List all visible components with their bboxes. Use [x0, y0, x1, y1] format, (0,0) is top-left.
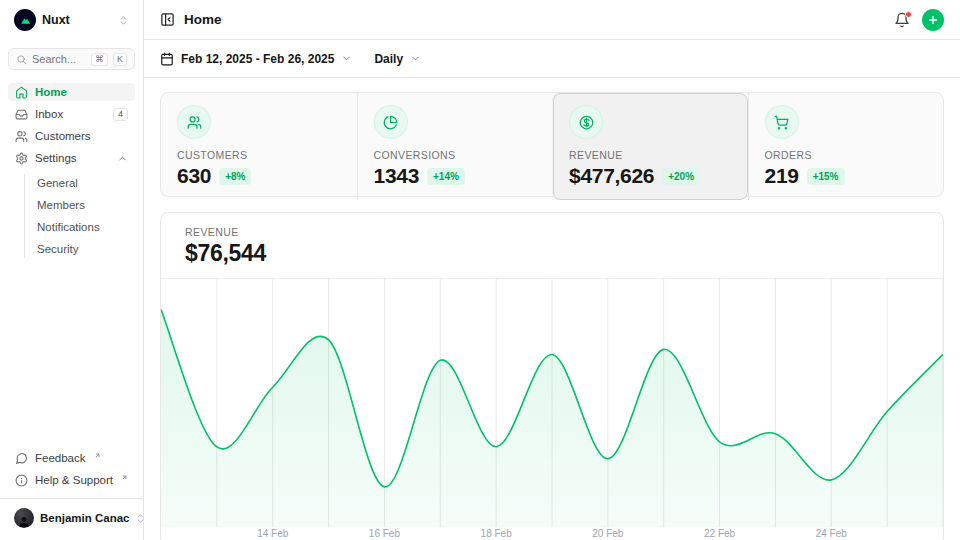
dollar-circle-icon: [569, 105, 603, 139]
stat-delta-badge: +20%: [662, 168, 700, 185]
collapse-sidebar-button[interactable]: [160, 12, 175, 27]
stat-value: $477,626: [569, 164, 654, 188]
chevron-up-icon: [117, 153, 128, 164]
plus-icon: [927, 14, 939, 26]
x-axis-label: 14 Feb: [257, 528, 288, 539]
app-root: Nuxt ⌘ K Home Inbox 4: [0, 0, 960, 540]
revenue-area-chart[interactable]: [161, 279, 943, 527]
x-axis-label: 20 Feb: [592, 528, 623, 539]
stats-row: CUSTOMERS 630 +8% CONVERSIONS 1343 +14%: [160, 92, 944, 197]
help-support-label: Help & Support: [35, 474, 113, 486]
chart-header: REVENUE $76,544: [161, 213, 943, 278]
stat-delta-badge: +14%: [427, 168, 465, 185]
feedback-label: Feedback: [35, 452, 86, 464]
search-field[interactable]: [32, 53, 86, 65]
inbox-icon: [15, 108, 28, 121]
stat-card-orders[interactable]: ORDERS 219 +15%: [748, 93, 944, 200]
stat-card-conversions[interactable]: CONVERSIONS 1343 +14%: [357, 93, 553, 200]
inbox-count-badge: 4: [113, 108, 128, 121]
filters-toolbar: Feb 12, 2025 - Feb 26, 2025 Daily: [144, 40, 960, 78]
date-range-picker[interactable]: Feb 12, 2025 - Feb 26, 2025: [160, 52, 352, 66]
stat-value: 219: [765, 164, 799, 188]
users-icon: [15, 130, 28, 143]
info-circle-icon: [15, 474, 28, 487]
message-circle-icon: [15, 452, 28, 465]
revenue-chart-card: REVENUE $76,544 14 Feb16 Feb18 Feb20 Feb…: [160, 212, 944, 540]
x-axis-label: 24 Feb: [816, 528, 847, 539]
add-button[interactable]: [922, 9, 944, 31]
sidebar-item-notifications[interactable]: Notifications: [37, 218, 135, 236]
date-range-value: Feb 12, 2025 - Feb 26, 2025: [181, 52, 334, 66]
sidebar-item-label: Settings: [35, 152, 110, 164]
chevron-down-icon: [410, 53, 421, 64]
header-actions: [894, 9, 944, 31]
kbd-k: K: [113, 53, 127, 66]
nuxt-logo-icon: [14, 9, 36, 31]
x-axis-label: 22 Feb: [704, 528, 735, 539]
external-link-icon: [94, 449, 101, 461]
avatar: [14, 508, 34, 528]
sidebar: Nuxt ⌘ K Home Inbox 4: [0, 0, 144, 540]
stat-value: 630: [177, 164, 211, 188]
user-name: Benjamin Canac: [40, 512, 129, 524]
sidebar-item-label: Inbox: [35, 108, 106, 120]
dashboard-content: CUSTOMERS 630 +8% CONVERSIONS 1343 +14%: [144, 78, 960, 540]
stat-label: REVENUE: [569, 149, 732, 161]
sidebar-item-home[interactable]: Home: [8, 83, 135, 101]
chevrons-up-down-icon: [118, 15, 129, 26]
kbd-meta: ⌘: [91, 53, 108, 66]
x-axis-label: 16 Feb: [369, 528, 400, 539]
gear-icon: [15, 152, 28, 165]
stat-label: CUSTOMERS: [177, 149, 341, 161]
workspace-switcher[interactable]: Nuxt: [8, 0, 135, 40]
sidebar-item-label: Home: [35, 86, 128, 98]
period-value: Daily: [374, 52, 403, 66]
sidebar-item-general[interactable]: General: [37, 174, 135, 192]
home-icon: [15, 86, 28, 99]
user-menu-button[interactable]: Benjamin Canac: [8, 503, 135, 533]
divider: [0, 498, 143, 499]
settings-sub-list: General Members Notifications Security: [24, 174, 135, 258]
sidebar-nav: Home Inbox 4 Customers Settings General: [8, 83, 135, 258]
chart-metric-value: $76,544: [185, 240, 919, 267]
main-area: Home Feb 12, 2025 - Feb 26, 2025: [144, 0, 960, 540]
stat-value: 1343: [374, 164, 420, 188]
users-icon: [177, 105, 211, 139]
sidebar-item-inbox[interactable]: Inbox 4: [8, 105, 135, 123]
stat-delta-badge: +8%: [219, 168, 251, 185]
calendar-icon: [160, 52, 174, 66]
stat-label: ORDERS: [765, 149, 928, 161]
chevron-down-icon: [341, 53, 352, 64]
chart-pie-icon: [374, 105, 408, 139]
chart-metric-label: REVENUE: [185, 226, 919, 238]
page-title: Home: [184, 12, 222, 27]
search-icon: [16, 54, 27, 65]
stat-card-revenue[interactable]: REVENUE $477,626 +20%: [552, 93, 748, 200]
sidebar-item-members[interactable]: Members: [37, 196, 135, 214]
external-link-icon: [121, 471, 128, 483]
feedback-link[interactable]: Feedback: [8, 449, 135, 467]
x-axis-label: 18 Feb: [481, 528, 512, 539]
workspace-name: Nuxt: [42, 13, 112, 27]
sidebar-item-label: Customers: [35, 130, 128, 142]
stat-card-customers[interactable]: CUSTOMERS 630 +8%: [161, 93, 357, 200]
stat-delta-badge: +15%: [807, 168, 845, 185]
sidebar-item-settings[interactable]: Settings: [8, 149, 135, 167]
stat-label: CONVERSIONS: [374, 149, 537, 161]
notification-dot: [905, 11, 912, 18]
help-support-link[interactable]: Help & Support: [8, 471, 135, 489]
panel-left-close-icon: [160, 12, 175, 27]
sidebar-item-customers[interactable]: Customers: [8, 127, 135, 145]
period-select[interactable]: Daily: [374, 52, 421, 66]
notifications-button[interactable]: [894, 12, 910, 28]
chart-x-axis: 14 Feb16 Feb18 Feb20 Feb22 Feb24 Feb: [161, 527, 943, 540]
page-header: Home: [144, 0, 960, 40]
sidebar-footer: Feedback Help & Support Benjamin Canac: [8, 449, 135, 540]
shopping-cart-icon: [765, 105, 799, 139]
sidebar-item-security[interactable]: Security: [37, 240, 135, 258]
search-input[interactable]: ⌘ K: [8, 48, 135, 70]
